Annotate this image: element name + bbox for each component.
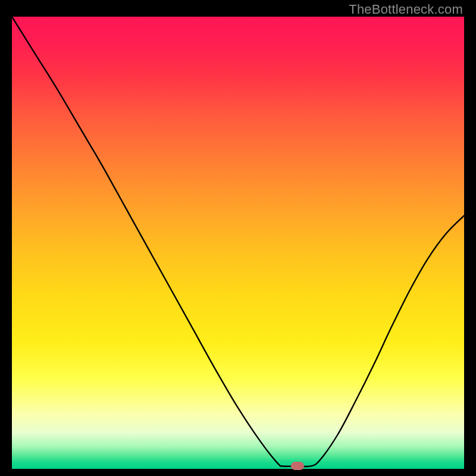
chart-container: TheBottleneck.com [0,0,476,476]
curve-path [12,17,464,466]
bottleneck-curve [12,17,464,469]
optimal-point-marker [291,462,304,470]
plot-area [12,17,464,469]
watermark-text: TheBottleneck.com [349,2,463,17]
